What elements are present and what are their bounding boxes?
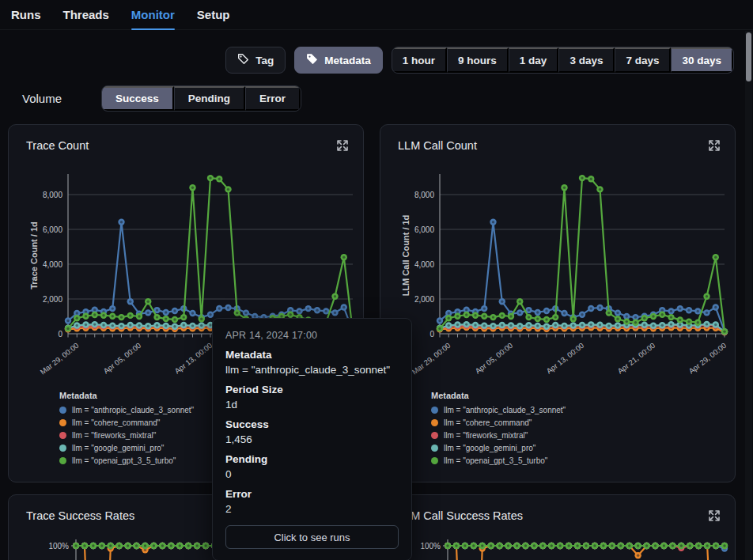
click-to-see-runs-button[interactable]: Click to see runs <box>225 525 399 549</box>
svg-text:Apr 05, 00:00: Apr 05, 00:00 <box>102 341 143 376</box>
volume-row: Volume SuccessPendingError <box>22 85 301 112</box>
llm-call-success-rates-chart[interactable]: 100% <box>380 520 736 560</box>
nav-tab-threads[interactable]: Threads <box>63 0 109 30</box>
legend-dot-icon <box>431 457 438 464</box>
tooltip-row-value: 1,456 <box>225 433 399 445</box>
nav-tab-setup[interactable]: Setup <box>197 0 230 30</box>
legend-item-label: llm = "anthropic_claude_3_sonnet" <box>444 406 566 414</box>
chart-legend: Metadatallm = "anthropic_claude_3_sonnet… <box>431 391 566 467</box>
range-button-1-hour[interactable]: 1 hour <box>392 47 447 73</box>
legend-item[interactable]: llm = "cohere_command" <box>431 416 566 429</box>
legend-item-label: llm = "openai_gpt_3_5_turbo" <box>444 456 547 465</box>
llm-call-count-card: LLM Call Count 02,0004,0006,0008,000Mar … <box>380 124 736 482</box>
nav-tab-runs[interactable]: Runs <box>11 0 41 30</box>
legend-dot-icon <box>59 407 66 414</box>
svg-text:100%: 100% <box>48 542 69 551</box>
tooltip-row-label: Period Size <box>225 384 399 395</box>
svg-text:2,000: 2,000 <box>414 295 434 304</box>
tooltip-row: Pending0 <box>225 453 399 480</box>
svg-text:2,000: 2,000 <box>43 295 62 304</box>
volume-tab-error[interactable]: Error <box>245 86 301 111</box>
tooltip-row: Metadatallm = "anthropic_claude_3_sonnet… <box>225 349 399 376</box>
tooltip-row-value: 0 <box>225 468 399 480</box>
tooltip-row: Period Size1d <box>225 384 399 411</box>
legend-item[interactable]: llm = "fireworks_mixtral" <box>59 429 194 441</box>
tooltip-row-label: Metadata <box>225 349 399 361</box>
metadata-filter-label: Metadata <box>324 55 371 66</box>
legend-item-label: llm = "anthropic_claude_3_sonnet" <box>72 406 194 414</box>
range-button-7-days[interactable]: 7 days <box>615 47 671 73</box>
tooltip-row-label: Success <box>225 418 399 430</box>
svg-text:0: 0 <box>58 330 62 339</box>
svg-text:Mar 29, 00:00: Mar 29, 00:00 <box>39 341 81 376</box>
tooltip-row-value: 2 <box>225 503 399 515</box>
svg-text:4,000: 4,000 <box>43 260 62 269</box>
range-button-9-hours[interactable]: 9 hours <box>447 47 509 73</box>
legend-title: Metadata <box>431 391 566 400</box>
legend-item-label: llm = "google_gemini_pro" <box>72 444 164 452</box>
llm-call-count-chart[interactable]: 02,0004,0006,0008,000Mar 29, 00:00Apr 05… <box>380 150 736 388</box>
scrollbar-thumb[interactable] <box>746 32 751 81</box>
legend-item[interactable]: llm = "anthropic_claude_3_sonnet" <box>431 403 566 416</box>
volume-tabs: SuccessPendingError <box>101 85 301 112</box>
tag-filter-label: Tag <box>255 55 274 66</box>
tooltip-row-value: 1d <box>225 399 399 411</box>
legend-dot-icon <box>59 419 66 426</box>
legend-item[interactable]: llm = "fireworks_mixtral" <box>431 429 566 441</box>
scrollbar[interactable] <box>745 31 752 560</box>
legend-item[interactable]: llm = "cohere_command" <box>59 416 194 429</box>
svg-text:6,000: 6,000 <box>414 225 434 234</box>
legend-item-label: llm = "fireworks_mixtral" <box>72 431 156 440</box>
svg-text:Apr 21, 00:00: Apr 21, 00:00 <box>616 341 657 376</box>
svg-text:Apr 05, 00:00: Apr 05, 00:00 <box>474 341 515 376</box>
range-button-3-days[interactable]: 3 days <box>558 47 615 73</box>
legend-item-label: llm = "google_gemini_pro" <box>444 444 535 452</box>
legend-dot-icon <box>431 432 438 439</box>
tooltip-row-label: Pending <box>225 453 399 465</box>
svg-text:8,000: 8,000 <box>414 191 434 199</box>
monitor-page: RunsThreadsMonitorSetup Tag Metadata 1 h… <box>0 0 753 560</box>
tooltip-row-label: Error <box>225 488 399 500</box>
llm-call-success-rates-card: LLM Call Success Rates 100% <box>380 494 736 560</box>
tooltip-row-value: llm = "anthropic_claude_3_sonnet" <box>225 364 399 376</box>
legend-dot-icon <box>431 419 438 426</box>
legend-title: Metadata <box>59 391 194 400</box>
time-range-group: 1 hour9 hours1 day3 days7 days30 days <box>392 47 734 74</box>
chart-legend: Metadatallm = "anthropic_claude_3_sonnet… <box>59 391 194 467</box>
volume-tab-success[interactable]: Success <box>102 86 174 111</box>
tag-filled-icon <box>306 53 318 67</box>
legend-dot-icon <box>59 445 66 452</box>
svg-text:100%: 100% <box>420 542 441 551</box>
legend-dot-icon <box>431 407 438 414</box>
top-nav: RunsThreadsMonitorSetup <box>0 0 753 30</box>
range-button-1-day[interactable]: 1 day <box>509 47 559 73</box>
tooltip-row: Error2 <box>225 488 399 515</box>
legend-dot-icon <box>431 445 438 452</box>
svg-text:Apr 29, 00:00: Apr 29, 00:00 <box>687 341 728 376</box>
legend-item[interactable]: llm = "openai_gpt_3_5_turbo" <box>59 454 194 467</box>
svg-text:6,000: 6,000 <box>43 225 62 234</box>
metadata-filter-button[interactable]: Metadata <box>294 47 383 74</box>
svg-text:Trace Count / 1d: Trace Count / 1d <box>29 221 39 289</box>
volume-label: Volume <box>22 92 62 105</box>
svg-text:4,000: 4,000 <box>414 260 434 269</box>
legend-item-label: llm = "openai_gpt_3_5_turbo" <box>72 456 176 465</box>
legend-item-label: llm = "cohere_command" <box>444 418 532 427</box>
tag-filter-button[interactable]: Tag <box>225 47 286 74</box>
legend-item[interactable]: llm = "google_gemini_pro" <box>431 441 566 454</box>
range-button-30-days[interactable]: 30 days <box>671 47 733 73</box>
tooltip-date: APR 14, 2024 17:00 <box>225 330 399 341</box>
legend-item[interactable]: llm = "openai_gpt_3_5_turbo" <box>431 454 566 467</box>
svg-text:LLM Call Count / 1d: LLM Call Count / 1d <box>401 215 411 297</box>
svg-text:0: 0 <box>429 330 434 339</box>
volume-tab-pending[interactable]: Pending <box>174 86 245 111</box>
legend-dot-icon <box>59 432 66 439</box>
tooltip-row: Success1,456 <box>225 418 399 445</box>
svg-text:Apr 13, 00:00: Apr 13, 00:00 <box>545 341 586 376</box>
legend-dot-icon <box>59 457 66 464</box>
nav-tab-monitor[interactable]: Monitor <box>131 0 175 30</box>
svg-text:Mar 29, 00:00: Mar 29, 00:00 <box>411 341 452 376</box>
legend-item[interactable]: llm = "anthropic_claude_3_sonnet" <box>59 403 194 416</box>
legend-item[interactable]: llm = "google_gemini_pro" <box>59 441 194 454</box>
svg-text:8,000: 8,000 <box>43 191 62 199</box>
